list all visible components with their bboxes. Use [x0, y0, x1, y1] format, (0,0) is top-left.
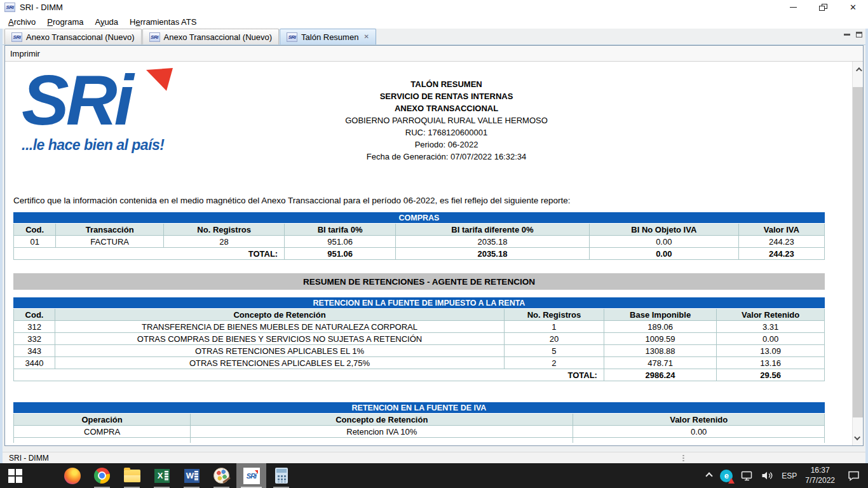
cell: 20	[504, 333, 604, 345]
column-header: BI tarifa 0%	[285, 224, 396, 236]
cell: 312	[14, 321, 55, 333]
total-value: 951.06	[285, 248, 396, 260]
maximize-view-icon[interactable]	[856, 32, 862, 37]
cell: 3.31	[717, 321, 825, 333]
table-row: 01FACTURA28951.062035.180.00244.23	[14, 236, 825, 248]
excel-icon: X	[154, 469, 170, 483]
taskbar-word[interactable]: W	[177, 463, 207, 488]
total-row: TOTAL:951.062035.180.00244.23	[14, 248, 825, 260]
cell: 0.00	[589, 236, 738, 248]
column-header: Valor IVA	[738, 224, 824, 236]
tray-chevron-up-icon[interactable]	[706, 472, 713, 479]
menu-item-programa[interactable]: Programa	[41, 16, 89, 28]
taskbar-paint[interactable]	[207, 463, 236, 488]
cell: FACTURA	[56, 236, 164, 248]
sri-tab-icon: SRi	[149, 32, 160, 42]
network-icon[interactable]	[741, 471, 753, 481]
iva-table: RETENCION EN LA FUENTE DE IVAOperaciónCo…	[13, 402, 825, 443]
column-header: Cod.	[14, 224, 56, 236]
titlebar: SRi SRI - DIMM ✕	[0, 0, 868, 15]
cell: 28	[164, 236, 285, 248]
report-table: COMPRASCod.TransacciónNo. RegistrosBI ta…	[13, 212, 825, 260]
clock-date: 7/7/2022	[805, 476, 835, 486]
tab-anexo-transaccional-nuevo-1[interactable]: SRiAnexo Transaccional (Nuevo)	[142, 29, 280, 44]
language-indicator[interactable]: ESP	[782, 471, 797, 480]
certification-text: Certifico que la información contenida e…	[13, 196, 571, 205]
cell: 1	[504, 321, 604, 333]
clock-time: 16:37	[805, 466, 835, 476]
scroll-down-icon[interactable]	[853, 431, 863, 445]
tabbar-tabs: SRiAnexo Transaccional (Nuevo)SRiAnexo T…	[4, 29, 377, 44]
total-value: 29.56	[717, 369, 825, 381]
scroll-up-icon[interactable]	[853, 62, 863, 76]
table-row: 3440OTRAS RETENCIONES APLICABLES EL 2,75…	[14, 357, 825, 369]
report-table: RETENCION EN LA FUENTE DE IMPUESTO A LA …	[13, 297, 825, 381]
cell: OTRAS RETENCIONES APLICABLES EL 2,75%	[55, 357, 505, 369]
total-row: TOTAL:2986.2429.56	[14, 369, 825, 381]
menu-item-ayuda[interactable]: Ayuda	[89, 16, 124, 28]
restore-button[interactable]	[808, 0, 838, 15]
report-view: Imprimir SRi ...le hace bien al país! TA…	[4, 45, 864, 446]
cell: 951.06	[285, 236, 396, 248]
taskbar-sri[interactable]: SRi	[236, 463, 266, 488]
taskbar-excel[interactable]: X	[147, 463, 177, 488]
tab-anexo-transaccional-nuevo-0[interactable]: SRiAnexo Transaccional (Nuevo)	[4, 29, 142, 44]
report-header-line: Fecha de Generación: 07/07/2022 16:32:34	[41, 151, 852, 163]
menubar: ArchivoProgramaAyudaHerramientas ATS	[0, 15, 868, 29]
taskbar-chrome[interactable]	[87, 463, 117, 488]
column-header: Valor Retenido	[573, 414, 825, 426]
clock[interactable]: 16:37 7/7/2022	[805, 466, 835, 485]
table-row: 332OTRAS COMPRAS DE BIENES Y SERVICIOS N…	[14, 333, 825, 345]
column-header: No. Registros	[504, 309, 604, 321]
cell	[573, 438, 825, 443]
app-icon: SRi	[4, 3, 15, 12]
taskbar-start[interactable]	[0, 463, 30, 488]
total-value: 2035.18	[395, 248, 589, 260]
minimize-view-icon[interactable]	[844, 34, 850, 36]
tab-label: Talón Resumen	[301, 32, 358, 42]
tray-alert-app-icon[interactable]: e	[720, 470, 733, 482]
total-label: TOTAL:	[14, 369, 604, 381]
report-header-line: Periodo: 06-2022	[41, 139, 852, 151]
bottom-strip	[3, 446, 865, 452]
restore-icon	[819, 4, 827, 11]
taskbar-spacer	[30, 463, 57, 488]
retenciones-band: RESUMEN DE RETENCIONES - AGENTE DE RETEN…	[13, 273, 825, 290]
start-icon	[8, 469, 22, 483]
cell: 189.06	[604, 321, 716, 333]
column-header: Cod.	[14, 309, 55, 321]
total-value: 244.23	[738, 248, 824, 260]
statusbar-grip[interactable]	[682, 454, 684, 462]
taskbar-firefox[interactable]	[57, 463, 87, 488]
action-center-icon[interactable]	[847, 470, 860, 481]
cell: 1308.88	[604, 345, 716, 357]
close-button[interactable]: ✕	[838, 0, 868, 15]
column-header: Concepto de Retención	[55, 309, 505, 321]
taskbar-calculator[interactable]	[266, 463, 296, 488]
cell: 332	[14, 333, 55, 345]
report-header-line: ANEXO TRANSACCIONAL	[41, 102, 852, 114]
report-toolbar: Imprimir	[5, 46, 863, 62]
tabbar: SRiAnexo Transaccional (Nuevo)SRiAnexo T…	[3, 29, 865, 45]
column-header: BI tarifa diferente 0%	[395, 224, 589, 236]
report-header-line: GOBIERNO PARROQUIAL RURAL VALLE HERMOSO	[41, 114, 852, 126]
cell: 0.00	[717, 333, 825, 345]
renta-table: RETENCION EN LA FUENTE DE IMPUESTO A LA …	[13, 297, 825, 381]
total-value: 0.00	[589, 248, 738, 260]
speaker-icon[interactable]	[761, 471, 773, 480]
menu-item-herramientas-ats[interactable]: Herramientas ATS	[124, 16, 202, 28]
column-header: No. Registros	[164, 224, 285, 236]
vertical-scrollbar[interactable]	[852, 62, 863, 445]
scrollbar-thumb[interactable]	[853, 87, 863, 417]
close-tab-icon[interactable]: ✕	[363, 34, 369, 40]
menu-item-archivo[interactable]: Archivo	[3, 16, 41, 28]
tab-tal-n-resumen-2[interactable]: SRiTalón Resumen✕	[280, 29, 376, 44]
cell: 5	[504, 345, 604, 357]
cell: 13.09	[717, 345, 825, 357]
taskbar-explorer[interactable]	[117, 463, 147, 488]
column-header: BI No Objeto IVA	[589, 224, 738, 236]
cell: 2	[504, 357, 604, 369]
minimize-button[interactable]	[778, 0, 808, 15]
cell: Retencion IVA 10%	[191, 426, 573, 438]
imprimir-button[interactable]: Imprimir	[10, 49, 40, 58]
